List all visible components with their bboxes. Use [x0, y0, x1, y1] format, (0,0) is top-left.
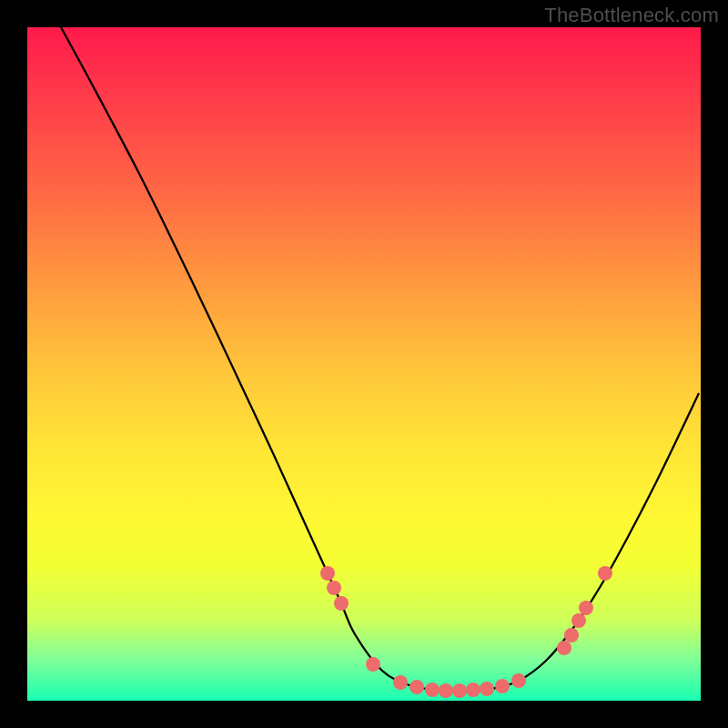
highlight-dots-group [320, 566, 612, 698]
highlight-dot [495, 679, 510, 693]
highlight-dot [393, 675, 408, 690]
highlight-dot [320, 566, 335, 581]
highlight-dot [598, 566, 612, 581]
chart-frame [27, 27, 701, 701]
highlight-dot [334, 596, 349, 611]
highlight-dot [511, 673, 526, 688]
bottleneck-curve [61, 27, 699, 691]
highlight-dot [466, 682, 480, 697]
highlight-dot [327, 581, 341, 595]
highlight-dot [579, 601, 593, 615]
highlight-dot [425, 682, 440, 697]
highlight-dot [480, 682, 494, 696]
highlight-dot [557, 641, 571, 655]
highlight-dot [410, 680, 424, 694]
highlight-dot [571, 613, 586, 628]
highlight-dot [439, 683, 453, 698]
watermark-text: TheBottleneck.com [544, 4, 719, 27]
highlight-dot [452, 683, 467, 698]
highlight-dot [366, 657, 380, 672]
highlight-dot [564, 628, 579, 642]
chart-svg [27, 27, 701, 701]
